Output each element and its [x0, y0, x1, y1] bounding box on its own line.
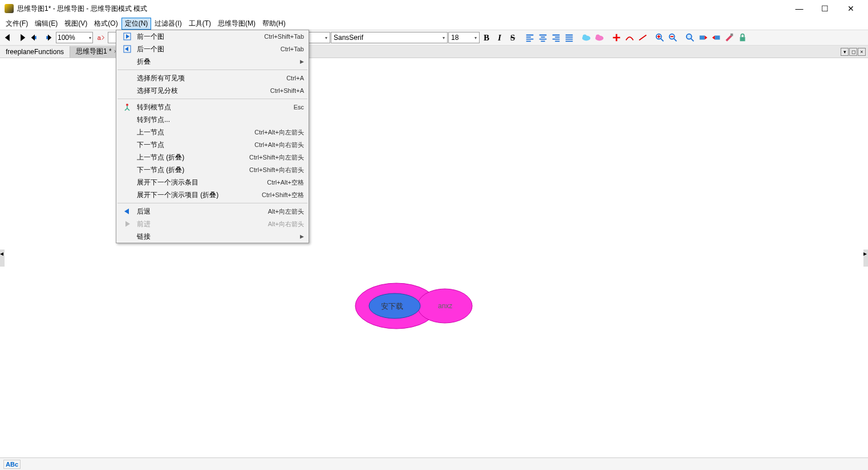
- status-bar: ABc: [0, 457, 868, 470]
- goto-in-icon[interactable]: [710, 31, 723, 44]
- svg-marker-4: [48, 35, 51, 41]
- dd-fold[interactable]: 折叠 ▶: [116, 55, 309, 68]
- svg-marker-15: [705, 35, 708, 39]
- svg-marker-24: [126, 34, 129, 39]
- cloud-pink-icon[interactable]: [593, 31, 606, 44]
- font-size-combo[interactable]: 18▾: [448, 32, 480, 43]
- nav-undo-icon[interactable]: [29, 31, 41, 44]
- submenu-arrow-icon: ▶: [300, 234, 304, 239]
- align-center-icon[interactable]: [537, 31, 549, 44]
- menu-format[interactable]: 格式(O): [91, 18, 121, 30]
- italic-button[interactable]: I: [493, 31, 506, 44]
- align-justify-icon[interactable]: [563, 31, 575, 44]
- font-name-combo[interactable]: SansSerif▾: [331, 32, 448, 43]
- dd-back[interactable]: 后退 Alt+向左箭头: [116, 205, 309, 218]
- tab-menu-icon[interactable]: ▾: [841, 48, 849, 56]
- forward-icon: [121, 219, 133, 228]
- maximize-button[interactable]: ☐: [812, 1, 838, 17]
- root-node[interactable]: 安下载: [381, 301, 403, 312]
- goto-root-icon: [121, 103, 133, 112]
- svg-text:a: a: [98, 34, 101, 41]
- nav-redo-icon[interactable]: [42, 31, 54, 44]
- brush-icon[interactable]: [723, 31, 736, 44]
- zoom-combo[interactable]: 100%▾: [56, 32, 93, 43]
- back-icon: [121, 207, 133, 216]
- goto-out-icon[interactable]: [697, 31, 709, 44]
- align-right-icon[interactable]: [550, 31, 562, 44]
- zoom-out-icon[interactable]: [667, 31, 679, 44]
- strike-button[interactable]: S: [506, 31, 519, 44]
- menu-tools[interactable]: 工具(T): [185, 18, 214, 30]
- handle-right[interactable]: ▸: [863, 250, 868, 267]
- svg-marker-26: [125, 47, 128, 51]
- link-line-icon[interactable]: [636, 31, 649, 44]
- svg-point-10: [596, 35, 600, 39]
- font-fit-icon[interactable]: a: [95, 31, 107, 44]
- dd-next-pres[interactable]: 展开下一个演示条目 Ctrl+Alt+空格: [116, 176, 309, 189]
- nav-back-icon[interactable]: [2, 31, 15, 44]
- menu-edit[interactable]: 编辑(E): [31, 18, 61, 30]
- dd-select-branch[interactable]: 选择可见分枝 Ctrl+Shift+A: [116, 84, 309, 97]
- find-icon[interactable]: [684, 31, 696, 44]
- dd-next-node-fold[interactable]: 下一节点 (折叠) Ctrl+Shift+向右箭头: [116, 164, 309, 176]
- svg-marker-17: [712, 35, 715, 39]
- menu-filter[interactable]: 过滤器(I): [151, 18, 185, 30]
- menu-mindmap[interactable]: 思维导图(M): [214, 18, 259, 30]
- zoom-in-icon[interactable]: [654, 31, 666, 44]
- svg-rect-3: [35, 36, 36, 39]
- svg-point-13: [687, 34, 692, 39]
- svg-marker-0: [5, 34, 10, 42]
- minimize-button[interactable]: —: [786, 1, 812, 17]
- next-map-icon: [121, 44, 133, 54]
- menu-navigate[interactable]: 定位(N): [121, 18, 152, 30]
- svg-marker-28: [124, 209, 129, 214]
- child-node[interactable]: anxz: [438, 302, 452, 310]
- svg-rect-16: [715, 35, 720, 39]
- svg-point-27: [126, 104, 128, 106]
- svg-marker-29: [125, 221, 130, 227]
- app-icon: [5, 4, 14, 13]
- menu-help[interactable]: 帮助(H): [259, 18, 289, 30]
- menu-file[interactable]: 文件(F): [2, 18, 31, 30]
- add-red-icon[interactable]: [610, 31, 623, 44]
- dd-next-map[interactable]: 后一个图 Ctrl+Tab: [116, 43, 309, 55]
- dd-forward: 前进 Alt+向右箭头: [116, 218, 309, 230]
- dd-prev-map[interactable]: 前一个图 Ctrl+Shift+Tab: [116, 30, 309, 43]
- svg-rect-19: [740, 37, 745, 41]
- dd-select-all[interactable]: 选择所有可见项 Ctrl+A: [116, 72, 309, 84]
- svg-point-8: [583, 35, 587, 39]
- svg-marker-1: [21, 34, 25, 42]
- title-bar: 思维导图1* - 思维导图 - 思维导图模式 模式 — ☐ ✕: [0, 0, 868, 17]
- submenu-arrow-icon: ▶: [300, 59, 304, 64]
- tab-freeplane-functions[interactable]: freeplaneFunctions: [0, 46, 70, 58]
- handle-left[interactable]: ◂: [0, 250, 5, 267]
- window-title: 思维导图1* - 思维导图 - 思维导图模式 模式: [17, 4, 786, 14]
- menu-bar: 文件(F) 编辑(E) 视图(V) 格式(O) 定位(N) 过滤器(I) 工具(…: [0, 17, 868, 30]
- link-curve-icon[interactable]: [623, 31, 636, 44]
- close-button[interactable]: ✕: [838, 1, 863, 17]
- dd-link[interactable]: 链接 ▶: [116, 230, 309, 243]
- lock-icon[interactable]: [736, 31, 749, 44]
- dd-prev-node[interactable]: 上一节点 Ctrl+Alt+向左箭头: [116, 126, 309, 138]
- dd-goto-root[interactable]: 转到根节点 Esc: [116, 101, 309, 113]
- spellcheck-indicator[interactable]: ABc: [3, 460, 21, 469]
- bold-button[interactable]: B: [480, 31, 493, 44]
- dd-prev-node-fold[interactable]: 上一节点 (折叠) Ctrl+Shift+向左箭头: [116, 151, 309, 164]
- svg-rect-5: [46, 36, 48, 39]
- mindmap-nodes: 安下载 anxz: [354, 280, 485, 333]
- dd-next-node[interactable]: 下一节点 Ctrl+Alt+向右箭头: [116, 138, 309, 151]
- navigate-dropdown: 前一个图 Ctrl+Shift+Tab 后一个图 Ctrl+Tab 折叠 ▶ 选…: [116, 30, 309, 243]
- svg-marker-2: [31, 35, 35, 41]
- tab-close-all-icon[interactable]: ×: [858, 48, 866, 56]
- menu-view[interactable]: 视图(V): [61, 18, 91, 30]
- nav-forward-icon[interactable]: [15, 31, 28, 44]
- svg-rect-14: [700, 35, 705, 39]
- dd-goto-node[interactable]: 转到节点...: [116, 113, 309, 126]
- dd-next-pres-fold[interactable]: 展开下一个演示项目 (折叠) Ctrl+Shift+空格: [116, 189, 309, 201]
- align-left-icon[interactable]: [524, 31, 536, 44]
- svg-rect-18: [731, 34, 733, 36]
- tab-restore-icon[interactable]: ◻: [849, 48, 857, 56]
- prev-map-icon: [121, 32, 133, 41]
- cloud-blue-icon[interactable]: [580, 31, 593, 44]
